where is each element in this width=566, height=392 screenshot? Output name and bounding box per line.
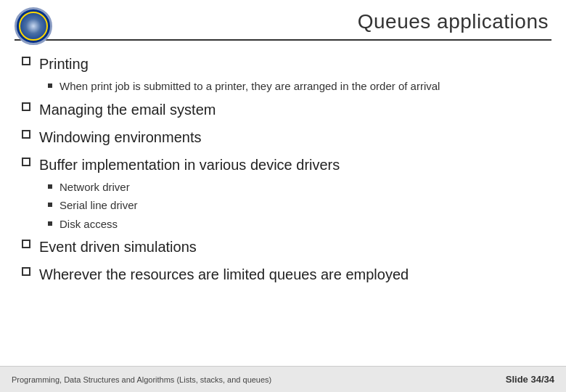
footer-slide-number: Slide 34/34: [506, 374, 554, 385]
list-item: Printing: [22, 54, 544, 74]
sub-bullet-icon: [48, 83, 52, 88]
list-item: Disk access: [48, 216, 544, 233]
header: Queues applications: [0, 0, 566, 33]
bullet-icon: [22, 267, 30, 276]
bullet-icon: [22, 57, 30, 65]
sub-item-label: Serial line driver: [60, 197, 138, 214]
list-item: Wherever the resources are limited queue…: [22, 264, 544, 285]
list-item: Managing the email system: [22, 99, 544, 120]
slide: Queues applications Printing When print …: [0, 0, 566, 392]
list-item: When print job is submitted to a printer…: [48, 78, 544, 95]
sub-items-printing: When print job is submitted to a printer…: [48, 78, 544, 95]
logo-inner: [19, 12, 48, 41]
slide-title: Queues applications: [358, 10, 549, 33]
bullet-icon: [22, 240, 30, 248]
sub-item-label: Network driver: [60, 179, 130, 196]
sub-bullet-icon: [48, 203, 52, 207]
content-area: Printing When print job is submitted to …: [0, 41, 566, 299]
list-item: Windowing environments: [22, 127, 544, 147]
list-item: Event driven simulations: [22, 237, 544, 257]
item-label: Buffer implementation in various device …: [39, 155, 340, 175]
list-item: Buffer implementation in various device …: [22, 155, 544, 175]
footer: Programming, Data Structures and Algorit…: [0, 366, 566, 392]
bullet-icon: [22, 130, 30, 139]
item-label: Windowing environments: [39, 127, 201, 147]
logo: [15, 7, 52, 45]
sub-item-label: When print job is submitted to a printer…: [60, 78, 440, 95]
bullet-icon: [22, 158, 30, 166]
list-item: Serial line driver: [48, 197, 544, 214]
item-label: Event driven simulations: [39, 237, 197, 257]
sub-bullet-icon: [48, 184, 52, 189]
sub-item-label: Disk access: [60, 216, 118, 233]
footer-left-text: Programming, Data Structures and Algorit…: [12, 375, 271, 384]
sub-items-buffer: Network driver Serial line driver Disk a…: [48, 179, 544, 233]
item-label: Managing the email system: [39, 99, 216, 120]
sub-bullet-icon: [48, 221, 52, 226]
bullet-icon: [22, 102, 30, 111]
logo-circle: [15, 7, 52, 45]
item-label: Printing: [39, 54, 89, 74]
item-label: Wherever the resources are limited queue…: [39, 264, 409, 285]
list-item: Network driver: [48, 179, 544, 196]
